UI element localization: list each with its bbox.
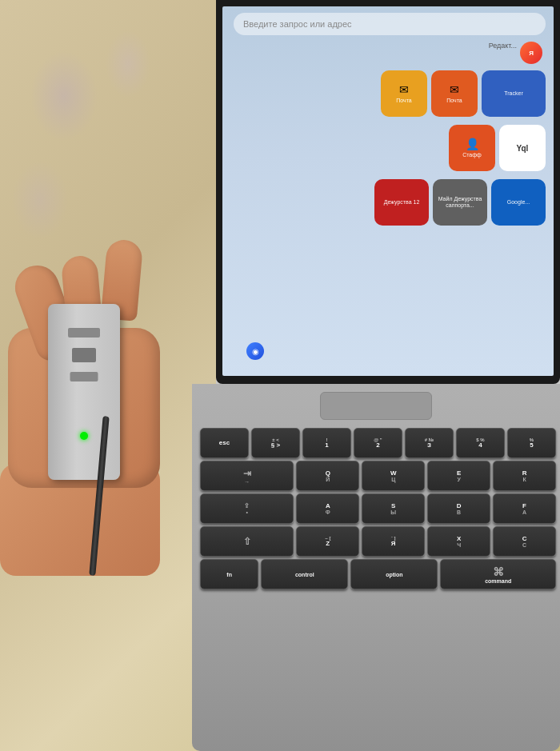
yandex-label: Редакт... (489, 42, 517, 50)
laptop-screen-bezel: Введите запрос или адрес Редакт... Я ✉ П… (216, 0, 560, 384)
tile-yql[interactable]: Yql (499, 125, 546, 171)
tile-dezhurstvo-label: Дежурства 12 (384, 199, 420, 206)
tile-dezhurstvo[interactable]: Дежурства 12 (374, 179, 429, 226)
key-c[interactable]: X Ч (427, 526, 490, 557)
key-section[interactable]: ± < § > (251, 428, 300, 458)
browser-address-bar[interactable]: Введите запрос или адрес (234, 13, 546, 35)
trackpad[interactable] (320, 392, 432, 420)
tile-mail-label: Почта (396, 98, 411, 104)
laptop: Введите запрос или адрес Редакт... Я ✉ П… (192, 0, 560, 751)
key-z[interactable]: ~ [ Z (296, 526, 359, 557)
key-row-3: ⇧ ~ [ Z ` ] Я X Ч C С (200, 526, 556, 557)
key-row-0: esc ± < § > ! 1 @ " 2 # № З (200, 428, 556, 458)
tile-staff[interactable]: 👤 Стафф (449, 125, 495, 171)
tile-mail2[interactable]: ✉ Почта (431, 70, 478, 117)
key-option[interactable]: option (350, 559, 438, 589)
key-2[interactable]: @ " 2 (354, 428, 402, 458)
key-1[interactable]: ! 1 (302, 428, 351, 458)
usb-slot-2 (72, 348, 96, 362)
yandex-icon: Я (520, 42, 542, 64)
key-row-bottom: fn control option ⌘ command (200, 559, 556, 589)
usb-slot-1 (68, 328, 100, 338)
alice-icon[interactable]: ◉ (246, 342, 264, 360)
tile-dezhurstvo2[interactable]: Майл Дежурства саппорта... (433, 179, 487, 226)
key-tab[interactable]: ⇥ → (200, 461, 294, 491)
key-shift-left[interactable]: ⇧ (200, 526, 294, 557)
key-w[interactable]: W Ц (362, 461, 425, 491)
tile-mail2-label: Почта (446, 98, 462, 104)
key-v[interactable]: C С (493, 526, 556, 557)
tile-yql-label: Yql (517, 144, 529, 153)
key-x[interactable]: ` ] Я (362, 526, 425, 557)
tile-staff-label: Стафф (462, 152, 482, 158)
key-3[interactable]: # № З (405, 428, 454, 458)
key-esc[interactable]: esc (200, 428, 249, 458)
laptop-screen-outer: Введите запрос или адрес Редакт... Я ✉ П… (216, 0, 560, 392)
laptop-keyboard-area: esc ± < § > ! 1 @ " 2 # № З (192, 384, 560, 751)
key-capslock[interactable]: ⇪ • (200, 493, 294, 524)
key-q[interactable]: Q Й (296, 461, 359, 491)
browser-placeholder: Введите запрос или адрес (243, 19, 352, 29)
key-5[interactable]: % 5 (507, 428, 556, 458)
usb-hub-led (80, 432, 88, 440)
key-s[interactable]: S Ы (362, 493, 425, 524)
tiles-row-1: ✉ Почта ✉ Почта Tracker (381, 70, 546, 117)
tile-google[interactable]: Google... (491, 179, 546, 226)
key-command[interactable]: ⌘ command (440, 559, 556, 589)
tiles-row-3: Дежурства 12 Майл Дежурства саппорта... … (374, 179, 546, 226)
laptop-screen: Введите запрос или адрес Редакт... Я ✉ П… (222, 6, 554, 376)
tile-dezhurstvo2-label: Майл Дежурства саппорта... (433, 196, 487, 208)
key-r[interactable]: R К (493, 461, 556, 491)
key-a[interactable]: A Ф (296, 493, 359, 524)
tile-mail[interactable]: ✉ Почта (381, 70, 427, 117)
key-control[interactable]: control (261, 559, 348, 589)
key-e[interactable]: E У (427, 461, 490, 491)
key-row-1: ⇥ → Q Й W Ц E У R К (200, 461, 556, 491)
keyboard: esc ± < § > ! 1 @ " 2 # № З (200, 428, 556, 743)
tiles-row-2: 👤 Стафф Yql (449, 125, 546, 171)
key-d[interactable]: D В (427, 493, 490, 524)
tile-google-label: Google... (507, 199, 530, 206)
usb-hub (48, 304, 120, 480)
usb-slot-3 (70, 372, 98, 381)
key-f[interactable]: F А (493, 493, 556, 524)
tile-tracker-label: Tracker (504, 90, 522, 97)
key-fn[interactable]: fn (200, 559, 258, 589)
tile-tracker[interactable]: Tracker (482, 70, 546, 117)
key-row-2: ⇪ • A Ф S Ы D В F А (200, 493, 556, 524)
key-4[interactable]: $ % 4 (456, 428, 505, 458)
